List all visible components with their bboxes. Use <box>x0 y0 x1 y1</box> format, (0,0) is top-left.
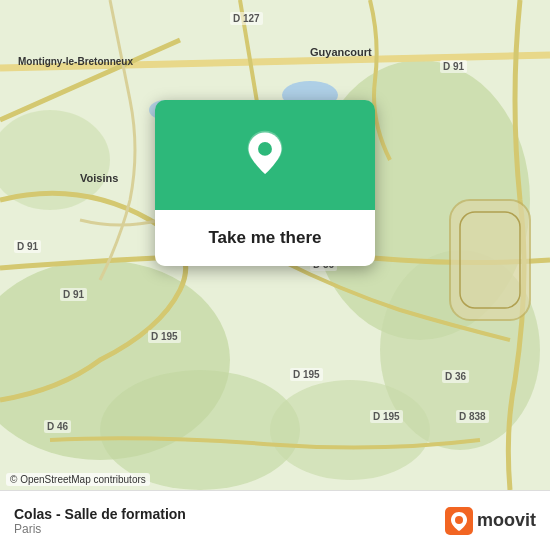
road-label-d195-2: D 195 <box>290 368 323 381</box>
road-label-d838: D 838 <box>456 410 489 423</box>
svg-point-14 <box>258 142 272 156</box>
osm-attribution: © OpenStreetMap contributors <box>6 473 150 486</box>
place-label-voisins: Voisins <box>80 172 118 184</box>
location-popup: Take me there <box>155 100 375 266</box>
place-name: Colas - Salle de formation <box>14 506 186 522</box>
bottom-info-bar: Colas - Salle de formation Paris moovit <box>0 490 550 550</box>
place-label-guyancourt: Guyancourt <box>310 46 372 58</box>
map-view: D 127 D 91 D 91 D 91 D 36 D 36 D 195 D 1… <box>0 0 550 490</box>
road-label-d36-2: D 36 <box>442 370 469 383</box>
moovit-logo: moovit <box>445 507 536 535</box>
popup-header <box>155 100 375 210</box>
svg-rect-11 <box>450 200 530 320</box>
take-me-there-button[interactable]: Take me there <box>208 228 321 248</box>
location-pin-icon <box>239 129 291 181</box>
road-label-d91-top: D 91 <box>440 60 467 73</box>
popup-action[interactable]: Take me there <box>155 210 375 266</box>
road-label-d195-3: D 195 <box>370 410 403 423</box>
road-label-d195-1: D 195 <box>148 330 181 343</box>
svg-point-16 <box>455 516 463 524</box>
place-label-montigny: Montigny-le-Bretonneux <box>18 56 133 67</box>
road-label-d46: D 46 <box>44 420 71 433</box>
moovit-logo-icon <box>445 507 473 535</box>
road-label-d91-left: D 91 <box>14 240 41 253</box>
moovit-text: moovit <box>477 510 536 531</box>
place-info: Colas - Salle de formation Paris <box>14 506 186 536</box>
place-city: Paris <box>14 522 186 536</box>
svg-point-5 <box>270 380 430 480</box>
road-label-d127: D 127 <box>230 12 263 25</box>
road-label-d91-mid: D 91 <box>60 288 87 301</box>
